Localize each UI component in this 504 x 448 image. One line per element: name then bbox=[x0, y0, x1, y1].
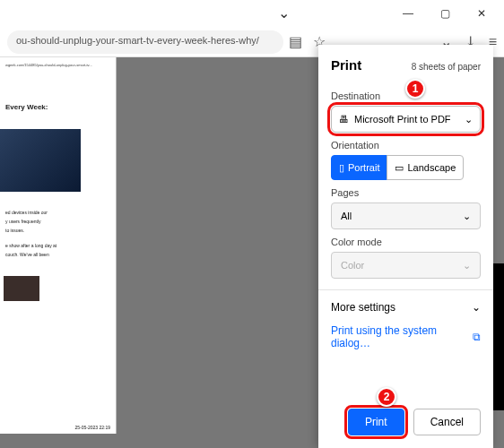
print-dialog: Print 8 sheets of paper Destination 🖶 Mi… bbox=[318, 45, 493, 448]
system-dialog-label: Print using the system dialog… bbox=[331, 324, 467, 349]
preview-image-1 bbox=[0, 129, 81, 192]
preview-heading: Every Week: bbox=[5, 103, 110, 111]
address-bar[interactable]: ou-should-unplug-your-smart-tv-every-wee… bbox=[7, 30, 283, 54]
annotation-1: 1 bbox=[405, 79, 425, 99]
portrait-icon: ▯ bbox=[339, 162, 344, 174]
printer-icon: 🖶 bbox=[339, 114, 349, 125]
more-settings-label: More settings bbox=[331, 301, 395, 314]
ad-strip bbox=[493, 263, 504, 410]
system-dialog-link[interactable]: Print using the system dialog… ⧉ bbox=[331, 324, 481, 349]
pages-label: Pages bbox=[331, 187, 481, 198]
tab-chevron-icon[interactable]: ⌄ bbox=[278, 4, 290, 22]
preview-text: ed devices inside our bbox=[5, 210, 110, 216]
destination-select[interactable]: 🖶 Microsoft Print to PDF ⌄ bbox=[331, 106, 481, 133]
landscape-icon: ▭ bbox=[395, 162, 404, 174]
portrait-label: Portrait bbox=[348, 162, 379, 173]
chevron-down-icon: ⌄ bbox=[465, 114, 473, 125]
chevron-down-icon: ⌄ bbox=[463, 260, 471, 271]
print-title: Print bbox=[331, 57, 361, 73]
orientation-label: Orientation bbox=[331, 140, 481, 151]
more-settings-toggle[interactable]: More settings ⌄ bbox=[331, 290, 481, 324]
annotation-2: 2 bbox=[377, 387, 396, 407]
landscape-button[interactable]: ▭ Landscape bbox=[387, 155, 464, 180]
preview-footer: 25-05-2023 22:19 bbox=[75, 425, 110, 430]
maximize-icon[interactable]: ▢ bbox=[440, 7, 450, 20]
chevron-down-icon: ⌄ bbox=[472, 301, 481, 314]
preview-url: wgeek.com/154485/you-should-unplug-your-… bbox=[5, 63, 110, 67]
print-button[interactable]: Print bbox=[348, 409, 404, 435]
landscape-label: Landscape bbox=[407, 162, 456, 173]
color-value: Color bbox=[341, 260, 364, 271]
preview-text: e show after a long day at bbox=[5, 243, 110, 249]
portrait-button[interactable]: ▯ Portrait bbox=[331, 155, 387, 180]
sheet-count: 8 sheets of paper bbox=[412, 62, 481, 72]
reader-icon[interactable]: ▤ bbox=[289, 33, 302, 50]
chevron-down-icon: ⌄ bbox=[463, 211, 471, 222]
print-preview-page: wgeek.com/154485/you-should-unplug-your-… bbox=[0, 57, 117, 434]
window-controls: — ▢ ✕ bbox=[403, 0, 504, 23]
dialog-footer: Print Cancel bbox=[331, 400, 481, 448]
destination-value: Microsoft Print to PDF bbox=[354, 114, 451, 125]
external-link-icon: ⧉ bbox=[473, 331, 481, 343]
minimize-icon[interactable]: — bbox=[403, 7, 413, 20]
preview-image-2 bbox=[4, 276, 39, 301]
cancel-button[interactable]: Cancel bbox=[413, 409, 481, 435]
close-icon[interactable]: ✕ bbox=[477, 7, 486, 20]
preview-text: couch. We've all been bbox=[5, 252, 110, 258]
color-label: Color mode bbox=[331, 237, 481, 247]
preview-text: to issues. bbox=[5, 228, 110, 234]
orientation-group: ▯ Portrait ▭ Landscape bbox=[331, 155, 481, 180]
color-select: Color ⌄ bbox=[331, 252, 481, 279]
preview-text: y users frequently bbox=[5, 219, 110, 225]
pages-select[interactable]: All ⌄ bbox=[331, 202, 481, 229]
pages-value: All bbox=[341, 211, 352, 221]
